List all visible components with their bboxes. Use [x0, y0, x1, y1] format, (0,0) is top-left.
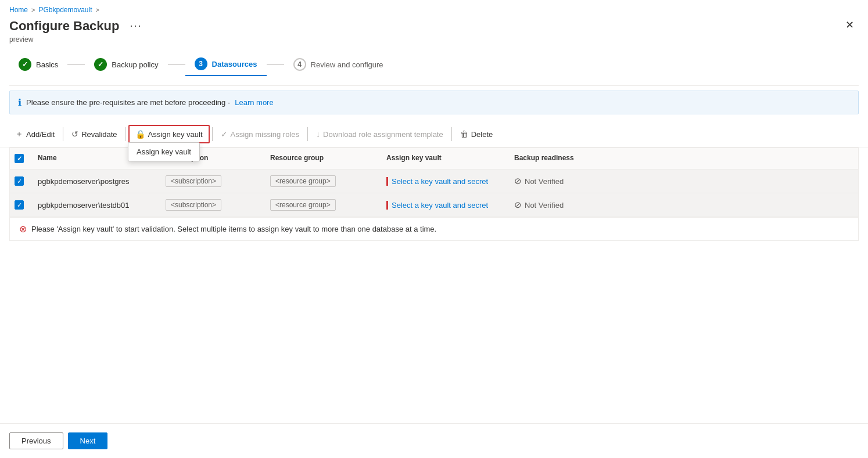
download-icon: ↓: [316, 129, 320, 139]
step-circle-review: 4: [293, 58, 306, 71]
table-row: ✓ pgbkpdemoserver\testdb01 <subscription…: [10, 193, 858, 217]
revalidate-label: Revalidate: [81, 130, 117, 139]
key-vault-icon: 🔒: [135, 129, 145, 139]
row2-resource-group: <resource group>: [266, 193, 382, 217]
add-edit-label: Add/Edit: [26, 130, 55, 139]
row1-key-vault: Select a key vault and secret: [382, 171, 510, 192]
more-options-button[interactable]: ···: [125, 17, 146, 34]
toolbar-sep-4: [307, 127, 308, 141]
assign-missing-roles-button[interactable]: ✓ Assign missing roles: [215, 126, 306, 142]
breadcrumb-home[interactable]: Home: [9, 6, 28, 14]
step-datasources[interactable]: 3 Datasources: [185, 53, 267, 76]
breadcrumb-sep1: >: [31, 6, 35, 13]
delete-label: Delete: [471, 130, 493, 139]
row2-checkbox[interactable]: ✓: [15, 200, 24, 210]
download-template-label: Download role assignment template: [323, 130, 443, 139]
header-left: Configure Backup ··· preview: [9, 17, 146, 44]
row2-subscription: <subscription>: [161, 193, 266, 217]
step-review[interactable]: 4 Review and configure: [284, 53, 393, 75]
error-message-row: ⊗ Please 'Assign key vault' to start val…: [10, 217, 858, 240]
row2-subscription-tag: <subscription>: [166, 199, 221, 211]
info-icon: ℹ: [18, 97, 21, 108]
row2-checkbox-cell: ✓: [10, 194, 33, 215]
col-header-resource-group: Resource group: [266, 148, 382, 169]
breadcrumb-vault[interactable]: PGbkpdemovault: [38, 6, 92, 14]
page-header: Configure Backup ··· preview ✕: [0, 17, 868, 53]
wizard-steps: ✓ Basics ✓ Backup policy 3 Datasources 4…: [0, 53, 868, 85]
row1-name: pgbkpdemoserver\postgres: [33, 171, 161, 192]
row1-resource-group-tag: <resource group>: [270, 175, 336, 187]
learn-more-link[interactable]: Learn more: [235, 98, 273, 107]
revalidate-icon: ↺: [71, 129, 78, 139]
row1-checkbox[interactable]: ✓: [15, 176, 24, 186]
step-label-review: Review and configure: [311, 60, 383, 69]
close-button[interactable]: ✕: [841, 17, 859, 33]
footer: Previous Next: [0, 423, 868, 458]
previous-button[interactable]: Previous: [9, 432, 63, 449]
header-divider: [9, 85, 859, 86]
row2-check-icon: ✓: [17, 201, 22, 209]
error-icon: ⊗: [19, 223, 27, 235]
row1-key-vault-link[interactable]: Select a key vault and secret: [386, 177, 488, 186]
row1-subscription-tag: <subscription>: [166, 175, 221, 187]
breadcrumb-sep2: >: [96, 6, 99, 13]
step-label-datasources: Datasources: [212, 60, 257, 68]
page-subtitle: preview: [9, 35, 146, 44]
select-all-checkbox[interactable]: ✓: [15, 154, 24, 163]
step-backup-policy[interactable]: ✓ Backup policy: [85, 53, 167, 75]
breadcrumb: Home > PGbkpdemovault >: [0, 0, 868, 17]
row2-readiness: ⊘ Not Verified: [510, 194, 626, 216]
col-header-readiness: Backup readiness: [510, 148, 626, 169]
step-circle-backup-policy: ✓: [94, 58, 107, 71]
toolbar-sep-5: [451, 127, 452, 141]
step-basics[interactable]: ✓ Basics: [9, 53, 67, 75]
toolbar-sep-3: [212, 127, 213, 141]
step-circle-datasources: 3: [195, 57, 207, 70]
row2-key-vault: Select a key vault and secret: [382, 195, 510, 215]
revalidate-button[interactable]: ↺ Revalidate: [66, 126, 123, 142]
header-title-group: Configure Backup ··· preview: [9, 17, 146, 44]
row2-not-verified-icon: ⊘: [514, 200, 522, 210]
step-label-backup-policy: Backup policy: [112, 60, 158, 69]
select-all-check-icon: ✓: [17, 155, 22, 163]
assign-key-vault-label: Assign key vault: [148, 130, 203, 139]
row1-readiness: ⊘ Not Verified: [510, 170, 626, 192]
error-text: Please 'Assign key vault' to start valid…: [31, 225, 436, 233]
row2-key-vault-link[interactable]: Select a key vault and secret: [386, 201, 488, 210]
table-row: ✓ pgbkpdemoserver\postgres <subscription…: [10, 170, 858, 193]
add-edit-button[interactable]: ＋ Add/Edit: [9, 125, 60, 143]
row2-resource-group-tag: <resource group>: [270, 199, 336, 211]
add-icon: ＋: [15, 129, 23, 139]
row1-readiness-label: Not Verified: [525, 177, 564, 186]
row1-check-icon: ✓: [17, 178, 22, 185]
step-circle-basics: ✓: [19, 58, 31, 71]
step-sep-1: [67, 64, 85, 65]
step-sep-3: [267, 64, 284, 65]
row2-name: pgbkpdemoserver\testdb01: [33, 195, 161, 215]
row2-readiness-label: Not Verified: [525, 201, 564, 210]
main-content: ℹ Please ensure the pre-requisites are m…: [0, 91, 868, 458]
toolbar-sep-2: [125, 127, 126, 141]
step-label-basics: Basics: [36, 60, 58, 69]
col-header-checkbox: ✓: [10, 148, 33, 169]
row1-checkbox-cell: ✓: [10, 171, 33, 192]
next-button[interactable]: Next: [68, 432, 108, 449]
step-sep-2: [168, 64, 185, 65]
col-header-key-vault: Assign key vault: [382, 148, 510, 169]
toolbar-sep-1: [63, 127, 63, 141]
check-icon: ✓: [221, 129, 228, 139]
delete-icon: 🗑: [460, 129, 468, 139]
page-title: Configure Backup: [9, 19, 119, 34]
delete-button[interactable]: 🗑 Delete: [454, 126, 499, 142]
info-banner: ℹ Please ensure the pre-requisites are m…: [9, 91, 859, 114]
row1-subscription: <subscription>: [161, 170, 266, 193]
row1-not-verified-icon: ⊘: [514, 176, 522, 186]
row1-resource-group: <resource group>: [266, 170, 382, 193]
assign-missing-roles-label: Assign missing roles: [231, 130, 300, 139]
info-text: Please ensure the pre-requisites are met…: [26, 98, 230, 107]
assign-key-vault-tooltip: Assign key vault: [128, 142, 200, 161]
toolbar: ＋ Add/Edit ↺ Revalidate 🔒 Assign key vau…: [0, 121, 868, 147]
assign-key-vault-button[interactable]: 🔒 Assign key vault: [128, 125, 210, 143]
download-template-button[interactable]: ↓ Download role assignment template: [310, 126, 449, 142]
datasources-table: ✓ Name Subscription Resource group Assig…: [9, 147, 859, 241]
